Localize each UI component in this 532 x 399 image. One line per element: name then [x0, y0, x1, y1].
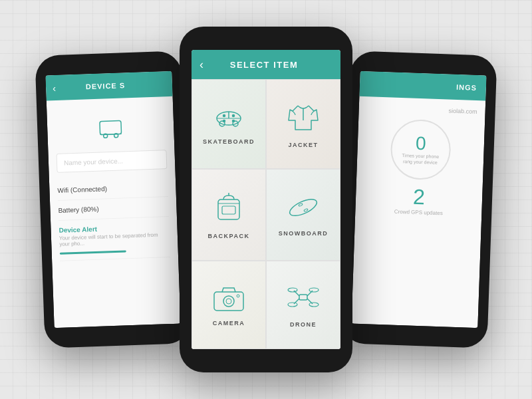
svg-rect-0 [100, 121, 122, 135]
svg-point-31 [309, 288, 319, 292]
svg-point-11 [223, 120, 225, 122]
svg-point-18 [287, 196, 319, 219]
backpack-icon [214, 190, 243, 227]
right-phone: INGS siolab.com 0 Times your phone rang … [340, 51, 497, 348]
skateboard-icon [211, 104, 246, 133]
camera-item[interactable]: CAMERA [192, 261, 266, 349]
device-header: ‹ DEVICE S [45, 71, 172, 101]
svg-point-10 [233, 114, 235, 116]
settings-body: siolab.com 0 Times your phone rang your … [351, 96, 485, 328]
jacket-item[interactable]: JACKET [266, 79, 340, 169]
svg-point-9 [223, 114, 225, 116]
select-item-header: ‹ SELECT ITEM [192, 50, 340, 79]
backpack-label: BACKPACK [208, 233, 250, 239]
select-item-screen: ‹ SELECT ITEM [192, 50, 340, 349]
settings-header-title: INGS [366, 80, 479, 92]
device-icon [94, 111, 127, 144]
svg-point-19 [299, 203, 303, 206]
stat-number-1: 0 [416, 134, 427, 154]
select-item-title: SELECT ITEM [209, 60, 319, 70]
drone-icon [286, 281, 321, 316]
svg-point-23 [226, 299, 231, 304]
device-header-title: DEVICE S [56, 80, 155, 92]
device-body: Name your device... Wifi (Connected) Bat… [47, 96, 181, 328]
jacket-icon [286, 100, 321, 136]
snowboard-label: SNOWBOARD [279, 230, 329, 237]
back-button-center[interactable]: ‹ [200, 58, 203, 72]
stat-label-1: Times your phone rang your device [397, 152, 444, 166]
camera-label: CAMERA [213, 320, 245, 327]
svg-rect-25 [299, 295, 307, 300]
camera-icon [211, 283, 246, 315]
svg-point-22 [223, 296, 234, 307]
alert-progress-bar [60, 250, 126, 254]
svg-rect-16 [222, 206, 235, 214]
svg-point-33 [309, 303, 319, 307]
snowboard-icon [286, 193, 321, 225]
left-phone: ‹ DEVICE S Name your device... Wifi (Con… [35, 51, 191, 348]
center-phone: ‹ SELECT ITEM [180, 27, 352, 372]
items-grid: SKATEBOARD JA [192, 79, 340, 349]
settings-header: INGS [359, 71, 486, 101]
svg-point-32 [288, 303, 297, 307]
svg-point-30 [288, 288, 297, 292]
device-alert: Device Alert Your device will start to b… [59, 217, 170, 261]
svg-point-20 [304, 208, 309, 211]
backpack-item[interactable]: BACKPACK [192, 169, 266, 260]
svg-rect-14 [218, 200, 239, 219]
skateboard-item[interactable]: SKATEBOARD [192, 79, 266, 169]
device-settings-screen: ‹ DEVICE S Name your device... Wifi (Con… [45, 71, 180, 328]
left-phone-screen: ‹ DEVICE S Name your device... Wifi (Con… [45, 71, 180, 328]
stat-number-2: 2 [364, 183, 475, 211]
url-text: siolab.com [367, 104, 477, 115]
settings-screen: INGS siolab.com 0 Times your phone rang … [351, 71, 486, 328]
drone-label: DRONE [290, 321, 317, 328]
svg-point-12 [233, 120, 235, 122]
alert-sub-text: Your device will start to be separated f… [59, 231, 170, 247]
device-name-input[interactable]: Name your device... [57, 150, 168, 173]
snowboard-item[interactable]: SNOWBOARD [266, 169, 340, 260]
stat-circle-1: 0 Times your phone rang your device [390, 119, 452, 181]
right-phone-screen: INGS siolab.com 0 Times your phone rang … [351, 71, 486, 328]
svg-point-24 [237, 295, 239, 297]
center-phone-screen: ‹ SELECT ITEM [192, 50, 340, 349]
skateboard-label: SKATEBOARD [203, 138, 255, 145]
jacket-label: JACKET [288, 142, 318, 148]
device-icon-area [55, 104, 166, 154]
drone-item[interactable]: DRONE [266, 261, 340, 349]
